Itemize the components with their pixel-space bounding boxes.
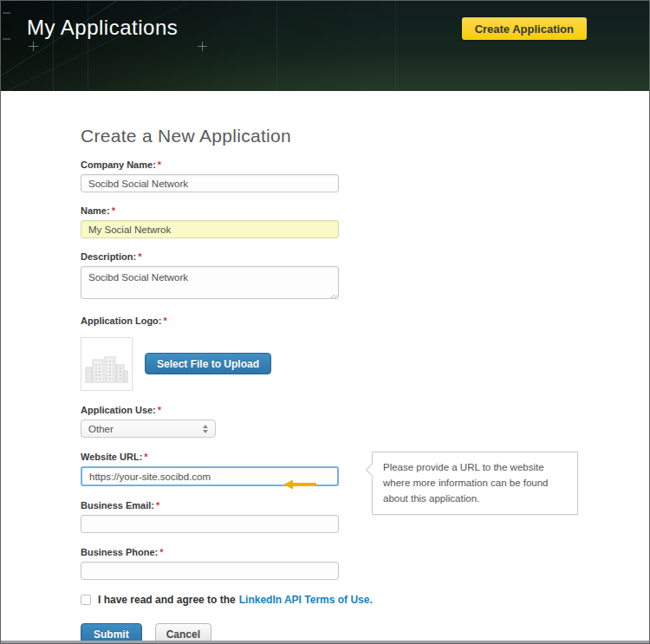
label-text: Name: xyxy=(81,205,110,216)
business-email-group: Business Email:* xyxy=(81,500,339,533)
page-title: My Applications xyxy=(27,16,178,40)
application-use-select[interactable]: Other xyxy=(81,420,216,438)
tooltip-text: Please provide a URL to the website wher… xyxy=(383,462,549,504)
page-header: My Applications Create Application xyxy=(1,1,649,91)
required-asterisk: * xyxy=(144,452,147,462)
logo-upload-row: Select File to Upload xyxy=(81,337,339,391)
selected-option: Other xyxy=(88,424,114,434)
label-text: Business Email: xyxy=(81,500,154,511)
description-label: Description:* xyxy=(81,251,339,262)
required-asterisk: * xyxy=(112,205,115,216)
plus-mark xyxy=(29,42,38,51)
grid-line xyxy=(276,1,277,91)
app-window: My Applications Create Application Creat… xyxy=(0,0,650,644)
company-name-input[interactable] xyxy=(81,174,339,192)
business-phone-group: Business Phone:* xyxy=(81,547,339,580)
logo-placeholder xyxy=(81,337,133,391)
terms-of-use-link[interactable]: LinkedIn API Terms of Use. xyxy=(239,594,373,606)
website-url-group: Website URL:* Please provide a URL to th… xyxy=(81,452,339,486)
label-text: Website URL: xyxy=(81,452,142,462)
select-stepper-icon xyxy=(203,425,208,433)
description-textarea[interactable]: Socibd Social Network xyxy=(81,266,339,299)
form-heading: Create a New Application xyxy=(81,126,649,146)
name-label: Name:* xyxy=(81,205,339,216)
url-help-tooltip: Please provide a URL to the website wher… xyxy=(372,452,578,515)
create-application-button[interactable]: Create Application xyxy=(462,17,587,40)
required-asterisk: * xyxy=(158,405,161,415)
required-asterisk: * xyxy=(138,251,141,262)
terms-checkbox[interactable] xyxy=(81,595,91,605)
buildings-icon xyxy=(85,350,128,383)
terms-text: I have read and agree to the xyxy=(98,594,236,606)
website-url-label: Website URL:* xyxy=(81,452,339,462)
label-text: Company Name: xyxy=(81,159,156,170)
description-group: Description:* Socibd Social Network xyxy=(81,251,339,302)
company-name-group: Company Name:* xyxy=(81,159,339,192)
grid-line xyxy=(53,1,54,91)
textarea-resize-grip[interactable] xyxy=(330,292,337,299)
label-text: Application Logo: xyxy=(81,315,161,326)
name-group: Name:* xyxy=(81,205,339,238)
label-text: Business Phone: xyxy=(81,547,158,557)
bottom-divider xyxy=(1,641,649,643)
tooltip-notch xyxy=(366,464,378,476)
grid-line xyxy=(88,1,88,91)
grid-tick xyxy=(3,12,10,14)
select-file-button[interactable]: Select File to Upload xyxy=(145,353,271,374)
cursor-arrow-icon xyxy=(283,479,316,490)
form-panel: Create a New Application Company Name:* … xyxy=(1,91,649,644)
plus-mark xyxy=(198,42,207,51)
business-phone-label: Business Phone:* xyxy=(81,547,339,557)
business-phone-input[interactable] xyxy=(81,562,339,580)
application-use-group: Application Use:* Other xyxy=(81,405,339,438)
name-input[interactable] xyxy=(81,220,339,238)
grid-tick xyxy=(3,38,10,40)
application-logo-group: Application Logo:* xyxy=(81,315,339,391)
required-asterisk: * xyxy=(163,315,166,326)
business-email-label: Business Email:* xyxy=(81,500,339,511)
application-use-label: Application Use:* xyxy=(81,405,339,415)
company-name-label: Company Name:* xyxy=(81,159,339,170)
label-text: Application Use: xyxy=(81,405,156,415)
required-asterisk: * xyxy=(159,547,163,557)
terms-row: I have read and agree to the LinkedIn AP… xyxy=(81,594,649,606)
business-email-input[interactable] xyxy=(81,515,339,533)
label-text: Description: xyxy=(81,251,136,262)
required-asterisk: * xyxy=(158,159,161,170)
required-asterisk: * xyxy=(156,500,159,511)
grid-line xyxy=(1,1,127,85)
grid-line xyxy=(395,1,396,91)
application-logo-label: Application Logo:* xyxy=(81,315,339,326)
